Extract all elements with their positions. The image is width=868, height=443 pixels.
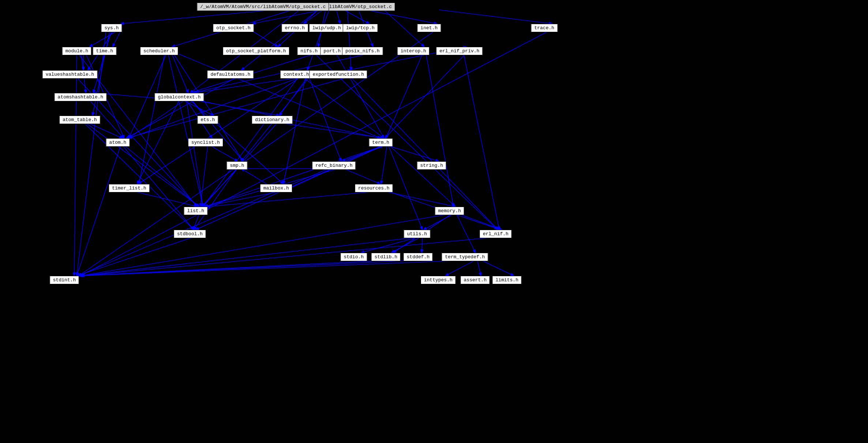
svg-line-59 <box>388 146 439 161</box>
node-lwip_tcp_h: lwip/tcp.h <box>343 24 378 32</box>
svg-line-4 <box>366 10 437 24</box>
svg-line-69 <box>207 191 379 207</box>
node-inttypes_h: inttypes.h <box>421 276 456 284</box>
svg-line-49 <box>129 78 300 138</box>
svg-line-17 <box>113 31 121 47</box>
node-erl_nif_h: erl_nif.h <box>480 230 512 238</box>
svg-line-91 <box>315 54 497 230</box>
svg-line-6 <box>121 10 274 24</box>
node-module_h: module.h <box>62 47 91 55</box>
node-exportedfunction_h: exportedfunction.h <box>309 70 367 79</box>
node-main: /_w/AtomVM/AtomVM/src/libAtomVM/otp_sock… <box>197 3 329 11</box>
svg-line-52 <box>309 78 341 161</box>
svg-line-73 <box>459 214 502 230</box>
svg-line-81 <box>134 191 198 207</box>
node-term_h: term.h <box>369 138 393 147</box>
node-globalcontext_h: globalcontext.h <box>154 93 204 101</box>
node-synclist_h: synclist.h <box>188 138 223 147</box>
svg-line-41 <box>84 123 194 230</box>
node-stdint_h: stdint.h <box>50 276 79 284</box>
svg-line-97 <box>252 31 278 47</box>
node-term_typedef_h: term_typedef.h <box>441 253 488 261</box>
node-stdio_h: stdio.h <box>341 253 367 261</box>
node-defaultatoms_h: defaultatoms.h <box>207 70 253 79</box>
svg-line-39 <box>88 123 123 138</box>
svg-line-101 <box>210 146 238 161</box>
node-dictionary_h: dictionary.h <box>252 116 293 124</box>
svg-line-96 <box>385 54 465 138</box>
svg-line-8 <box>241 10 318 70</box>
svg-line-2 <box>337 10 340 24</box>
node-atom_h: atom.h <box>106 138 130 147</box>
svg-line-88 <box>386 54 422 138</box>
node-utils_h: utils.h <box>404 230 431 238</box>
svg-line-62 <box>381 146 387 184</box>
svg-line-102 <box>200 146 208 207</box>
svg-line-87 <box>481 260 514 276</box>
node-interop_h: interop.h <box>397 47 429 55</box>
svg-line-60 <box>390 146 455 207</box>
node-limits_h: limits.h <box>492 276 522 284</box>
node-atom_table_h: atom_table.h <box>59 116 100 124</box>
svg-line-112 <box>79 31 435 276</box>
node-trace_h: trace.h <box>531 24 558 32</box>
svg-line-5 <box>439 10 552 24</box>
dependency-graph-edges <box>0 0 868 443</box>
svg-line-63 <box>388 146 422 230</box>
svg-line-67 <box>344 169 380 184</box>
svg-line-15 <box>347 10 351 70</box>
node-timer_list_h: timer_list.h <box>109 184 150 192</box>
svg-line-109 <box>422 237 422 253</box>
node-otp_socket_platform_h: otp_socket_platform.h <box>223 47 289 55</box>
svg-line-21 <box>77 31 106 276</box>
node-scheduler_h: scheduler.h <box>140 47 178 55</box>
node-resources_h: resources.h <box>355 184 393 192</box>
node-string_h: string.h <box>417 161 446 170</box>
node-list_h: list.h <box>184 207 208 215</box>
svg-line-32 <box>192 100 243 161</box>
svg-line-56 <box>194 78 300 93</box>
svg-line-22 <box>172 54 188 93</box>
node-smp_h: smp.h <box>226 161 247 170</box>
node-ets_h: ets.h <box>197 116 218 124</box>
svg-line-106 <box>80 260 420 276</box>
node-context_h: context.h <box>280 70 312 79</box>
node-nifs_h: nifs.h <box>297 47 321 55</box>
svg-line-86 <box>446 260 476 276</box>
node-sys_h: sys.h <box>101 24 122 32</box>
node-stdlib_h: stdlib.h <box>371 253 401 261</box>
svg-line-47 <box>304 78 384 138</box>
svg-line-72 <box>424 214 454 230</box>
node-otp_socket_h: otp_socket.h <box>213 24 254 32</box>
svg-line-44 <box>124 146 199 207</box>
node-refc_binary_h: refc_binary.h <box>312 161 356 170</box>
svg-line-113 <box>80 31 549 276</box>
svg-line-85 <box>81 260 470 276</box>
svg-line-40 <box>86 123 199 207</box>
node-time_h: time.h <box>93 47 117 55</box>
node-mailbox_h: mailbox.h <box>260 184 292 192</box>
node-erl_nif_priv_h: erl_nif_priv.h <box>436 47 482 55</box>
svg-line-83 <box>80 237 420 276</box>
svg-line-95 <box>464 54 499 230</box>
svg-line-35 <box>137 100 179 184</box>
node-posix_nifs_h: posix_nifs.h <box>342 47 383 55</box>
node-lwip_udp_h: lwip/udp.h <box>309 24 344 32</box>
node-valueshashtable_h: valueshashtable.h <box>42 70 98 79</box>
node-atomshashtable_h: atomshashtable.h <box>55 93 107 101</box>
svg-line-117 <box>74 54 77 276</box>
node-errno_h: errno.h <box>282 24 308 32</box>
svg-line-104 <box>77 237 194 276</box>
node-port_h: port.h <box>320 47 344 55</box>
svg-line-0 <box>252 10 323 24</box>
node-inet_h: inet.h <box>417 24 441 32</box>
svg-line-74 <box>456 214 476 253</box>
node-stdbool_h: stdbool.h <box>174 230 206 238</box>
node-assert_h: assert.h <box>461 276 490 284</box>
svg-line-108 <box>391 237 421 253</box>
node-memory_h: memory.h <box>435 207 464 215</box>
node-stddef_h: stddef.h <box>403 253 433 261</box>
svg-line-92 <box>337 54 384 138</box>
svg-line-16 <box>90 31 117 47</box>
svg-line-46 <box>77 146 121 276</box>
